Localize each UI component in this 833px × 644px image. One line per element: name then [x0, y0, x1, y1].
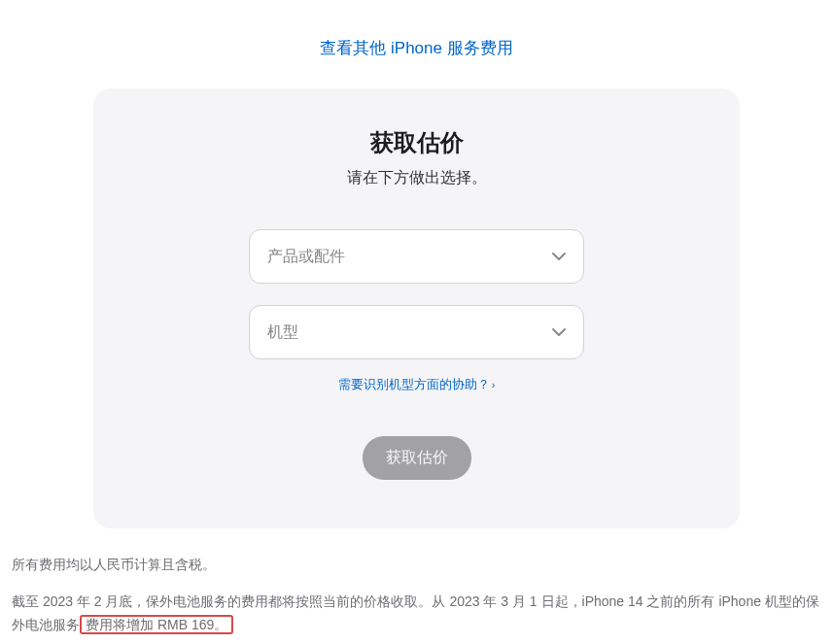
- price-increase-highlight: 费用将增加 RMB 169。: [80, 615, 233, 634]
- model-select-placeholder: 机型: [267, 322, 298, 343]
- chevron-down-icon: [552, 253, 566, 260]
- help-link-text: 需要识别机型方面的协助？: [338, 377, 490, 391]
- footer-notes: 所有费用均以人民币计算且含税。 截至 2023 年 2 月底，保外电池服务的费用…: [0, 528, 833, 636]
- estimate-card: 获取估价 请在下方做出选择。 产品或配件 机型 需要识别机型方面的协助？›: [93, 88, 740, 528]
- product-select-wrapper: 产品或配件: [249, 229, 584, 284]
- get-estimate-button[interactable]: 获取估价: [363, 436, 471, 480]
- footer-line-2: 截至 2023 年 2 月底，保外电池服务的费用都将按照当前的价格收取。从 20…: [12, 591, 821, 637]
- top-link-container: 查看其他 iPhone 服务费用: [0, 0, 833, 88]
- product-select[interactable]: 产品或配件: [249, 229, 584, 284]
- identify-model-help-link[interactable]: 需要识别机型方面的协助？›: [338, 377, 496, 391]
- model-select-wrapper: 机型: [249, 305, 584, 359]
- view-other-services-link[interactable]: 查看其他 iPhone 服务费用: [320, 39, 512, 57]
- model-select[interactable]: 机型: [249, 305, 584, 359]
- card-subtitle: 请在下方做出选择。: [142, 168, 691, 188]
- product-select-placeholder: 产品或配件: [267, 247, 345, 267]
- footer-line-1: 所有费用均以人民币计算且含税。: [12, 554, 821, 577]
- chevron-down-icon: [552, 328, 566, 336]
- chevron-right-icon: ›: [492, 379, 496, 390]
- card-title: 获取估价: [142, 127, 691, 158]
- help-link-container: 需要识别机型方面的协助？›: [142, 375, 691, 393]
